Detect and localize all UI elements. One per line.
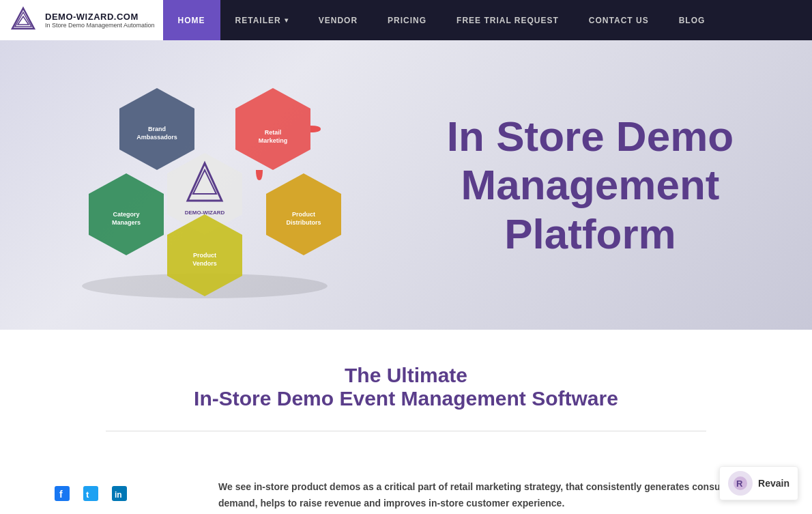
body-text: We see in-store product demos as a criti… bbox=[218, 479, 757, 512]
divider bbox=[106, 431, 706, 431]
puzzle-image: DEMO-WIZARD Retail Marketing Brand Ambas… bbox=[41, 68, 368, 300]
hero-title-area: In Store Demo Management Platform bbox=[396, 112, 757, 258]
logo-icon bbox=[8, 5, 38, 35]
svg-text:Distributors: Distributors bbox=[286, 219, 321, 226]
svg-text:Marketing: Marketing bbox=[259, 137, 288, 144]
logo-text: DEMO-WIZARD.COM In Store Demo Management… bbox=[45, 12, 155, 29]
svg-text:Vendors: Vendors bbox=[192, 260, 217, 267]
nav-item-free-trial[interactable]: FREE TRIAL REQUEST bbox=[441, 0, 574, 40]
revain-icon: R bbox=[728, 471, 753, 496]
nav-item-blog[interactable]: BLOG bbox=[664, 0, 721, 40]
nav-item-contact[interactable]: CONTACT US bbox=[574, 0, 664, 40]
revain-label: Revain bbox=[758, 478, 789, 489]
logo-title: DEMO-WIZARD.COM bbox=[45, 12, 155, 22]
hero-heading: In Store Demo Management Platform bbox=[423, 112, 757, 258]
svg-marker-2 bbox=[18, 16, 29, 25]
svg-text:Category: Category bbox=[113, 211, 139, 218]
svg-text:R: R bbox=[736, 479, 743, 489]
twitter-icon[interactable]: t bbox=[83, 486, 98, 505]
revain-widget[interactable]: R Revain bbox=[719, 466, 798, 500]
svg-text:Ambassadors: Ambassadors bbox=[136, 134, 177, 141]
social-links: f t in bbox=[55, 479, 191, 512]
hero-section: DEMO-WIZARD Retail Marketing Brand Ambas… bbox=[0, 40, 812, 330]
logo-subtitle: In Store Demo Management Automation bbox=[45, 22, 155, 29]
nav-item-vendor[interactable]: VENDOR bbox=[304, 0, 373, 40]
hero-puzzle: DEMO-WIZARD Retail Marketing Brand Ambas… bbox=[41, 68, 396, 302]
nav-item-pricing[interactable]: PRICING bbox=[373, 0, 441, 40]
svg-text:Managers: Managers bbox=[112, 219, 141, 226]
chevron-down-icon: ▾ bbox=[285, 16, 289, 24]
svg-text:t: t bbox=[86, 489, 89, 500]
svg-text:in: in bbox=[115, 490, 122, 500]
nav-links: HOME RETAILER ▾ VENDOR PRICING FREE TRIA… bbox=[163, 0, 812, 40]
navigation: DEMO-WIZARD.COM In Store Demo Management… bbox=[0, 0, 812, 40]
svg-text:Brand: Brand bbox=[148, 126, 166, 132]
nav-item-retailer[interactable]: RETAILER ▾ bbox=[220, 0, 304, 40]
svg-text:Retail: Retail bbox=[265, 129, 282, 136]
content-heading: The Ultimate In-Store Demo Event Managem… bbox=[14, 364, 798, 410]
nav-item-home[interactable]: HOME bbox=[163, 0, 220, 40]
facebook-icon[interactable]: f bbox=[55, 486, 70, 505]
linkedin-icon[interactable]: in bbox=[112, 486, 127, 505]
svg-text:Product: Product bbox=[292, 211, 315, 218]
logo[interactable]: DEMO-WIZARD.COM In Store Demo Management… bbox=[0, 0, 163, 40]
bottom-area: f t in We see in-store product demos as … bbox=[0, 479, 812, 514]
svg-text:Product: Product bbox=[193, 252, 216, 259]
content-section: The Ultimate In-Store Demo Event Managem… bbox=[0, 330, 812, 479]
svg-text:f: f bbox=[59, 489, 63, 500]
